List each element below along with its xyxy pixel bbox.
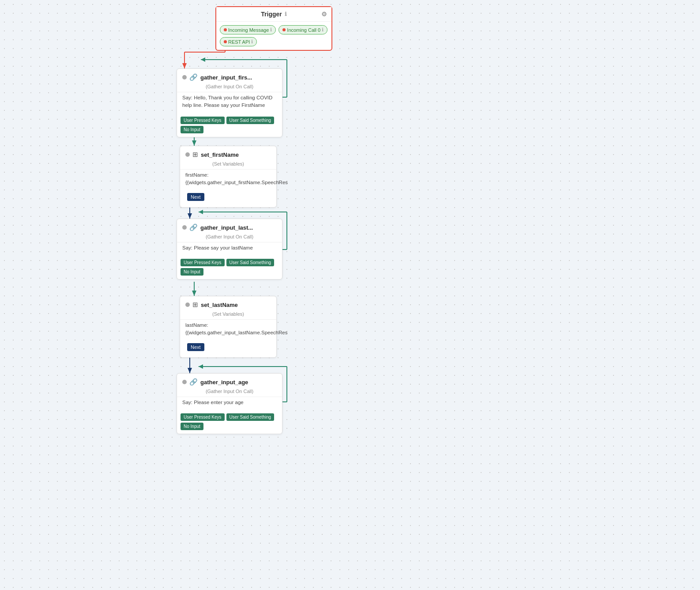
node-buttons: User Pressed Keys User Said Something No… bbox=[177, 114, 282, 137]
link-icon: 🔗 bbox=[189, 223, 198, 231]
trigger-title: Trigger bbox=[261, 11, 282, 18]
svg-marker-17 bbox=[192, 291, 196, 296]
btn-user-said-something[interactable]: User Said Something bbox=[226, 413, 275, 421]
node-title: gather_input_age bbox=[200, 379, 248, 386]
node-gather-input-age: 🔗 gather_input_age (Gather Input On Call… bbox=[177, 373, 282, 434]
node-title: gather_input_firs... bbox=[200, 74, 252, 81]
btn-no-input[interactable]: No Input bbox=[181, 268, 203, 276]
workflow-canvas: Trigger ℹ ⚙ Incoming Message ℹ Incoming … bbox=[0, 0, 700, 590]
next-button[interactable]: Next bbox=[187, 343, 204, 351]
node-subtitle: (Set Variables) bbox=[180, 311, 276, 319]
node-subtitle: (Set Variables) bbox=[180, 161, 276, 169]
status-dot bbox=[182, 380, 187, 384]
btn-user-pressed-keys[interactable]: User Pressed Keys bbox=[181, 413, 225, 421]
btn-user-pressed-keys[interactable]: User Pressed Keys bbox=[181, 117, 225, 124]
status-dot bbox=[182, 75, 187, 79]
node-body: Say: Please enter your age bbox=[177, 397, 282, 411]
link-icon: 🔗 bbox=[189, 378, 198, 386]
badge-info: ℹ bbox=[251, 39, 253, 45]
node-header: 🔗 gather_input_last... bbox=[177, 219, 282, 234]
node-title: gather_input_last... bbox=[200, 224, 253, 231]
node-body: Say: Hello, Thank you for calling COVID … bbox=[177, 92, 282, 114]
node-gather-input-first: 🔗 gather_input_firs... (Gather Input On … bbox=[177, 68, 282, 137]
node-buttons: User Pressed Keys User Said Something No… bbox=[177, 256, 282, 279]
badge-incoming-message[interactable]: Incoming Message ℹ bbox=[220, 25, 276, 34]
node-subtitle: (Gather Input On Call) bbox=[177, 234, 282, 242]
btn-user-pressed-keys[interactable]: User Pressed Keys bbox=[181, 259, 225, 266]
status-dot bbox=[185, 152, 190, 157]
node-body: firstName: {{widgets.gather_input_firstN… bbox=[180, 169, 276, 191]
node-title: set_lastName bbox=[201, 302, 238, 308]
node-buttons: User Pressed Keys User Said Something No… bbox=[177, 411, 282, 434]
svg-marker-23 bbox=[199, 364, 203, 369]
info-icon: ℹ bbox=[285, 11, 287, 17]
badge-info: ℹ bbox=[270, 27, 272, 33]
badge-label: Incoming Call 0 bbox=[287, 27, 320, 33]
node-gather-input-last: 🔗 gather_input_last... (Gather Input On … bbox=[177, 219, 282, 280]
badge-label: REST API bbox=[228, 39, 250, 45]
node-header: ⊞ set_lastName bbox=[180, 296, 276, 311]
node-subtitle: (Gather Input On Call) bbox=[177, 389, 282, 397]
btn-no-input[interactable]: No Input bbox=[181, 126, 203, 133]
node-subtitle: (Gather Input On Call) bbox=[177, 84, 282, 92]
node-header: 🔗 gather_input_firs... bbox=[177, 69, 282, 84]
gear-icon[interactable]: ⚙ bbox=[321, 11, 327, 18]
node-set-firstname: ⊞ set_firstName (Set Variables) firstNam… bbox=[180, 146, 277, 208]
next-button[interactable]: Next bbox=[187, 193, 204, 201]
node-body: lastName: {{widgets.gather_input_lastNam… bbox=[180, 319, 276, 341]
trigger-node: Trigger ℹ ⚙ Incoming Message ℹ Incoming … bbox=[215, 6, 332, 51]
variables-icon: ⊞ bbox=[192, 301, 198, 309]
btn-no-input[interactable]: No Input bbox=[181, 423, 203, 430]
node-header: ⊞ set_firstName bbox=[180, 146, 276, 161]
node-header: 🔗 gather_input_age bbox=[177, 374, 282, 389]
status-dot bbox=[224, 28, 227, 31]
trigger-header: Trigger ℹ ⚙ bbox=[216, 7, 331, 22]
svg-marker-19 bbox=[188, 368, 192, 373]
badge-info: ℹ bbox=[322, 27, 324, 33]
badge-incoming-call[interactable]: Incoming Call 0 ℹ bbox=[278, 25, 327, 34]
svg-marker-5 bbox=[192, 140, 196, 146]
btn-user-said-something[interactable]: User Said Something bbox=[226, 117, 275, 124]
variables-icon: ⊞ bbox=[192, 151, 198, 159]
svg-marker-3 bbox=[182, 63, 187, 68]
connector-lines bbox=[0, 0, 700, 590]
btn-user-said-something[interactable]: User Said Something bbox=[226, 259, 275, 266]
status-dot bbox=[185, 303, 190, 307]
svg-marker-15 bbox=[199, 210, 203, 214]
badge-rest-api[interactable]: REST API ℹ bbox=[220, 37, 257, 46]
status-dot bbox=[182, 225, 187, 230]
status-dot bbox=[282, 28, 286, 31]
link-icon: 🔗 bbox=[189, 73, 198, 81]
badge-label: Incoming Message bbox=[228, 27, 269, 33]
svg-marker-9 bbox=[201, 57, 205, 62]
svg-marker-11 bbox=[188, 213, 192, 219]
trigger-badges: Incoming Message ℹ Incoming Call 0 ℹ RES… bbox=[216, 22, 331, 50]
node-body: Say: Please say your lastName bbox=[177, 242, 282, 256]
status-dot bbox=[224, 40, 227, 43]
node-set-lastname: ⊞ set_lastName (Set Variables) lastName:… bbox=[180, 296, 277, 358]
node-title: set_firstName bbox=[201, 151, 239, 158]
